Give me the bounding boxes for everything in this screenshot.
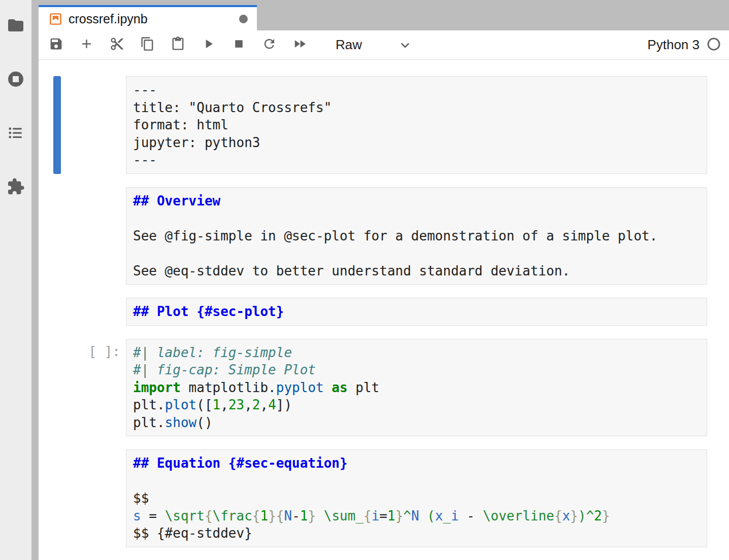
list-icon [7,124,25,144]
markdown-cell: ## Equation {#sec-equation} $$s = \sqrt{… [39,449,729,547]
activity-sidebar [0,0,31,560]
copy-cells-button[interactable] [140,38,155,53]
plus-icon [79,37,94,53]
execution-prompt [61,76,126,174]
code-line: --- [133,81,700,99]
notebook-panel: ---title: "Quarto Crossrefs"format: html… [39,60,729,560]
restart-icon [262,37,277,53]
save-button[interactable] [48,38,63,53]
code-cell: [ ]:#| label: fig-simple#| fig-cap: Simp… [39,339,729,437]
tab-bar: crossref.ipynb [39,0,729,30]
copy-icon [140,37,155,53]
tab-crossref-ipynb[interactable]: crossref.ipynb [39,5,257,30]
folder-icon [7,16,25,37]
cell-editor[interactable]: ---title: "Quarto Crossrefs"format: html… [126,76,707,174]
scissors-icon [110,37,124,53]
code-line: ## Equation {#sec-equation} [133,454,700,472]
chevron-down-icon [399,39,412,52]
code-line: $$ {#eq-stddev} [133,524,700,542]
notebook-icon [49,12,62,26]
fast-forward-icon [292,37,307,53]
code-line [133,472,700,490]
sidebar-item-extension-manager[interactable] [7,179,24,196]
cell-editor[interactable]: #| label: fig-simple#| fig-cap: Simple P… [126,339,707,437]
kernel-name: Python 3 [647,37,700,53]
code-line [133,244,700,262]
execution-prompt [61,187,126,285]
code-line: s = \sqrt{\frac{1}{N-1} \sum_{i=1}^N (x_… [133,507,700,525]
cell-collapser[interactable] [53,449,61,547]
code-line: See @eq-stddev to better understand stan… [133,262,700,280]
execution-prompt [61,449,126,547]
kernel-switcher[interactable]: Python 3 [647,37,721,53]
code-line: format: html [133,116,700,134]
cell-collapser[interactable] [53,187,61,285]
paste-cells-button[interactable] [170,38,185,53]
cell-collapser[interactable] [53,339,61,437]
unsaved-changes-dot[interactable] [239,15,248,23]
code-line: plt.show() [133,414,700,432]
restart-run-all-button[interactable] [292,38,307,53]
cell-editor[interactable]: ## Equation {#sec-equation} $$s = \sqrt{… [126,449,707,547]
cell-type-value: Raw [336,37,362,53]
code-line [133,209,700,227]
stop-icon [231,37,246,53]
raw-cell: ---title: "Quarto Crossrefs"format: html… [39,76,729,174]
execution-prompt [61,298,126,326]
code-line: ## Overview [133,192,700,210]
add-cell-button[interactable] [79,38,94,53]
markdown-cell: ## Overview See @fig-simple in @sec-plot… [39,187,729,285]
code-line: #| label: fig-simple [133,344,700,362]
code-line: plt.plot([1,23,2,4]) [133,396,700,414]
kernel-status-icon[interactable] [707,37,721,53]
code-line: title: "Quarto Crossrefs" [133,99,700,117]
notebook-toolbar: Raw Python 3 [39,30,729,60]
code-line: ## Plot {#sec-plot} [133,303,700,321]
notebook-cells: ---title: "Quarto Crossrefs"format: html… [39,76,729,547]
code-line: --- [133,151,700,169]
cell-type-dropdown[interactable]: Raw [336,37,412,53]
code-line: jupyter: python3 [133,134,700,152]
stop-circle-icon [7,70,25,90]
sidebar-divider [31,0,39,560]
sidebar-item-file-browser[interactable] [7,18,24,35]
save-icon [49,37,63,53]
cell-editor[interactable]: ## Plot {#sec-plot} [126,298,707,326]
markdown-cell: ## Plot {#sec-plot} [39,298,729,326]
clipboard-icon [171,37,185,53]
restart-kernel-button[interactable] [261,38,277,53]
puzzle-icon [7,178,25,198]
code-line: See @fig-simple in @sec-plot for a demon… [133,227,700,245]
code-line: $$ [133,489,700,507]
code-line: import matplotlib.pyplot as plt [133,379,700,397]
sidebar-item-running-kernels[interactable] [7,72,24,89]
cell-editor[interactable]: ## Overview See @fig-simple in @sec-plot… [126,187,707,285]
cell-collapser[interactable] [53,298,61,326]
code-line: #| fig-cap: Simple Plot [133,361,700,379]
interrupt-kernel-button[interactable] [231,38,246,53]
run-cell-button[interactable] [201,38,216,53]
play-icon [201,37,216,53]
sidebar-item-table-of-contents[interactable] [7,125,24,143]
execution-prompt: [ ]: [61,339,126,437]
main-area: crossref.ipynb [39,0,729,560]
cut-cells-button[interactable] [109,38,124,53]
cell-collapser[interactable] [53,76,61,174]
tab-title: crossref.ipynb [69,12,148,26]
